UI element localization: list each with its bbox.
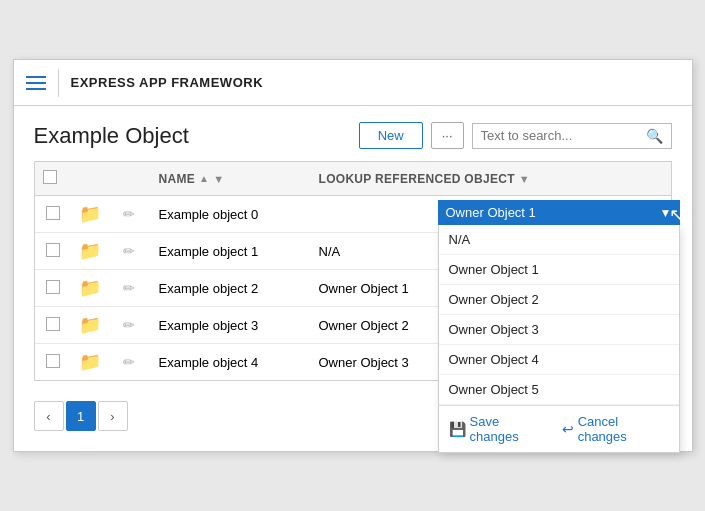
dropdown-arrow-icon: ▼ — [660, 206, 672, 220]
row-lookup-value: N/A — [319, 244, 341, 259]
row-name: Example object 0 — [159, 207, 259, 222]
row-folder-cell: 📁 — [71, 270, 115, 307]
dropdown-option-na[interactable]: N/A — [439, 225, 679, 255]
dropdown-option-4[interactable]: Owner Object 4 — [439, 345, 679, 375]
row-name-cell: Example object 3 — [151, 307, 311, 344]
dropdown-option-3[interactable]: Owner Object 3 — [439, 315, 679, 345]
row-name-cell: Example object 4 — [151, 344, 311, 381]
dropdown-selected-value: Owner Object 1 — [446, 205, 536, 220]
row-name-cell: Example object 1 — [151, 233, 311, 270]
save-changes-link[interactable]: 💾 Save changes — [449, 414, 550, 444]
edit-icon[interactable]: ✏ — [123, 317, 135, 333]
row-folder-cell: 📁 — [71, 196, 115, 233]
folder-icon[interactable]: 📁 — [79, 278, 101, 298]
header-actions: New ··· 🔍 — [359, 122, 672, 149]
name-filter-icon[interactable]: ▼ — [213, 173, 224, 185]
search-box: 🔍 — [472, 123, 672, 149]
row-folder-cell: 📁 — [71, 344, 115, 381]
edit-icon[interactable]: ✏ — [123, 243, 135, 259]
col-lookup: LOOKUP REFERENCED OBJECT ▼ — [311, 162, 671, 196]
row-folder-cell: 📁 — [71, 307, 115, 344]
dropdown-selected[interactable]: Owner Object 1 ▼ ↖ — [438, 200, 680, 225]
col-name: NAME ▲ ▼ — [151, 162, 311, 196]
row-checkbox[interactable] — [46, 354, 60, 368]
row-edit-cell: ✏ — [115, 344, 151, 381]
save-label: Save changes — [470, 414, 550, 444]
new-button[interactable]: New — [359, 122, 423, 149]
table-wrapper: NAME ▲ ▼ LOOKUP REFERENCED OBJECT ▼ — [34, 161, 672, 381]
row-name: Example object 1 — [159, 244, 259, 259]
row-lookup-value: Owner Object 3 — [319, 355, 409, 370]
folder-icon[interactable]: 📁 — [79, 204, 101, 224]
cancel-icon: ↩ — [562, 421, 574, 437]
row-name-cell: Example object 2 — [151, 270, 311, 307]
row-edit-cell: ✏ — [115, 270, 151, 307]
row-checkbox[interactable] — [46, 280, 60, 294]
row-checkbox[interactable] — [46, 206, 60, 220]
pagination-page-1[interactable]: 1 — [66, 401, 96, 431]
page-header: Example Object New ··· 🔍 — [34, 122, 672, 149]
edit-icon[interactable]: ✏ — [123, 206, 135, 222]
folder-icon[interactable]: 📁 — [79, 315, 101, 335]
dropdown-option-5[interactable]: Owner Object 5 — [439, 375, 679, 405]
edit-icon[interactable]: ✏ — [123, 354, 135, 370]
table-header-row: NAME ▲ ▼ LOOKUP REFERENCED OBJECT ▼ — [35, 162, 671, 196]
row-name: Example object 4 — [159, 355, 259, 370]
search-icon: 🔍 — [646, 128, 663, 144]
row-checkbox[interactable] — [46, 317, 60, 331]
dropdown-menu: N/A Owner Object 1 Owner Object 2 Owner … — [438, 225, 680, 453]
edit-icon[interactable]: ✏ — [123, 280, 135, 296]
sort-icon[interactable]: ▲ — [199, 173, 209, 184]
dropdown-option-1[interactable]: Owner Object 1 — [439, 255, 679, 285]
content-area: Example Object New ··· 🔍 — [14, 106, 692, 451]
search-input[interactable] — [481, 128, 646, 143]
row-checkbox-cell — [35, 196, 71, 233]
row-lookup-value: Owner Object 2 — [319, 318, 409, 333]
pagination-next[interactable]: › — [98, 401, 128, 431]
cancel-changes-link[interactable]: ↩ Cancel changes — [562, 414, 669, 444]
dropdown-option-2[interactable]: Owner Object 2 — [439, 285, 679, 315]
col-folder — [71, 162, 115, 196]
row-lookup-value: Owner Object 1 — [319, 281, 409, 296]
app-window: EXPRESS APP FRAMEWORK Example Object New… — [13, 59, 693, 452]
app-title: EXPRESS APP FRAMEWORK — [71, 75, 264, 90]
row-checkbox-cell — [35, 307, 71, 344]
top-bar-divider — [58, 69, 59, 97]
row-name: Example object 2 — [159, 281, 259, 296]
hamburger-menu-icon[interactable] — [26, 76, 46, 90]
lookup-filter-icon[interactable]: ▼ — [519, 173, 530, 185]
dropdown-footer: 💾 Save changes ↩ Cancel changes — [439, 405, 679, 452]
row-folder-cell: 📁 — [71, 233, 115, 270]
top-bar: EXPRESS APP FRAMEWORK — [14, 60, 692, 106]
row-name-cell: Example object 0 — [151, 196, 311, 233]
row-name: Example object 3 — [159, 318, 259, 333]
page-title: Example Object — [34, 123, 189, 149]
row-edit-cell: ✏ — [115, 196, 151, 233]
lookup-dropdown: Owner Object 1 ▼ ↖ N/A Owner Object 1 Ow… — [438, 200, 680, 225]
col-edit — [115, 162, 151, 196]
cancel-label: Cancel changes — [578, 414, 669, 444]
folder-icon[interactable]: 📁 — [79, 241, 101, 261]
header-checkbox[interactable] — [43, 170, 57, 184]
col-checkbox — [35, 162, 71, 196]
save-icon: 💾 — [449, 421, 466, 437]
pagination-prev[interactable]: ‹ — [34, 401, 64, 431]
row-checkbox[interactable] — [46, 243, 60, 257]
folder-icon[interactable]: 📁 — [79, 352, 101, 372]
more-options-button[interactable]: ··· — [431, 122, 464, 149]
row-checkbox-cell — [35, 344, 71, 381]
row-edit-cell: ✏ — [115, 307, 151, 344]
row-checkbox-cell — [35, 233, 71, 270]
row-edit-cell: ✏ — [115, 233, 151, 270]
row-checkbox-cell — [35, 270, 71, 307]
